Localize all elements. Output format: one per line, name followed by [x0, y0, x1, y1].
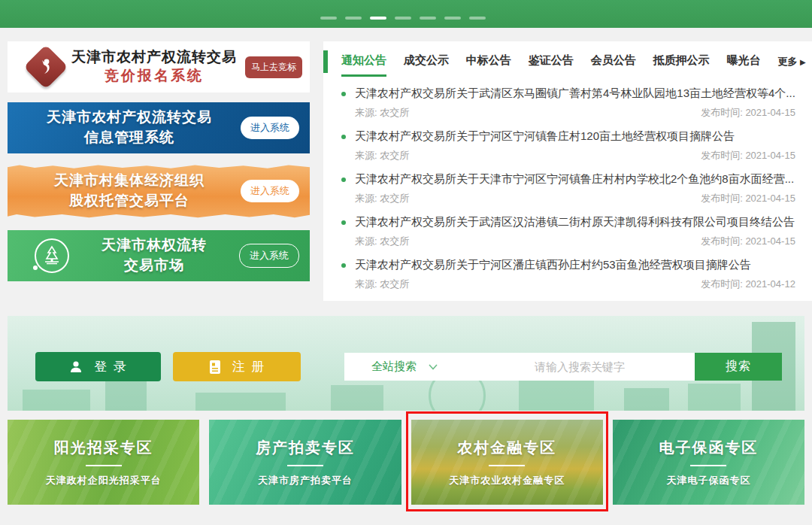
forest-market-line1: 天津市林权流转 — [69, 235, 239, 256]
site-search: 全站搜索 搜索 — [344, 353, 782, 381]
tab-deal-publicity[interactable]: 成交公示 — [404, 47, 449, 77]
announcements-tab-bar: 通知公告 成交公示 中标公告 鉴证公告 会员公告 抵质押公示 曝光台 更多 ▶ — [323, 44, 812, 79]
news-item[interactable]: 天津农村产权交易所关于宁河区潘庄镇西孙庄村约53亩鱼池经营权项目摘牌公告 来源:… — [341, 258, 795, 291]
bullet-icon — [341, 92, 346, 96]
chevron-down-icon — [429, 364, 438, 370]
equity-platform-line2: 股权托管交易平台 — [18, 191, 241, 211]
equity-platform-enter-button[interactable]: 进入系统 — [241, 180, 299, 202]
equity-platform-title: 天津市村集体经济组织 股权托管交易平台 — [18, 171, 241, 211]
tab-certification[interactable]: 鉴证公告 — [529, 47, 574, 77]
news-source: 来源: 农交所 — [355, 106, 409, 120]
more-link[interactable]: 更多 ▶ — [777, 55, 805, 68]
news-source: 来源: 农交所 — [355, 149, 409, 162]
info-system-title: 天津市农村产权流转交易 信息管理系统 — [18, 108, 241, 147]
news-title[interactable]: 天津农村产权交易所关于武清区东马圈镇广善村第4号林业队园地13亩土地经营权等4个… — [355, 86, 795, 101]
bullet-icon — [341, 263, 346, 268]
carousel-indicators — [320, 17, 486, 20]
news-title[interactable]: 天津农村产权交易所关于天津市宁河区宁河镇鲁庄村村内学校北2个鱼池约8亩水面经营.… — [355, 172, 794, 187]
bidding-system-card[interactable]: 天津市农村产权流转交易 竞价报名系统 马上去竞标 — [8, 41, 310, 93]
zone-real-estate-auction[interactable]: 房产拍卖专区 天津市房产拍卖平台 — [209, 420, 401, 505]
left-systems-column: 天津市农村产权流转交易 竞价报名系统 马上去竞标 天津市农村产权流转交易 信息管… — [8, 41, 310, 301]
register-button[interactable]: 注 册 — [173, 352, 301, 381]
info-system-line1: 天津市农村产权流转交易 — [18, 108, 241, 128]
search-button[interactable]: 搜索 — [695, 353, 782, 381]
news-source: 来源: 农交所 — [355, 278, 409, 291]
carousel-dot[interactable] — [345, 17, 362, 20]
bullet-icon — [341, 178, 346, 182]
panel-accent-bar — [323, 50, 328, 73]
news-date: 发布时间: 2021-04-15 — [701, 192, 795, 205]
news-source: 来源: 农交所 — [355, 192, 409, 205]
news-date: 发布时间: 2021-04-15 — [701, 149, 795, 162]
tab-notice-announcements[interactable]: 通知公告 — [341, 47, 386, 77]
zone-texture — [8, 420, 199, 505]
tree-icon — [35, 238, 69, 273]
news-date: 发布时间: 2021-04-15 — [701, 235, 795, 248]
more-arrow-icon: ▶ — [800, 58, 806, 66]
id-card-icon — [208, 360, 222, 375]
carousel-dot-active[interactable] — [370, 17, 386, 20]
news-title[interactable]: 天津农村产权交易所关于宁河区宁河镇鲁庄村120亩土地经营权项目摘牌公告 — [355, 129, 735, 144]
info-system-enter-button[interactable]: 进入系统 — [241, 117, 299, 139]
carousel-dot[interactable] — [420, 17, 436, 20]
equity-platform-banner[interactable]: 天津市村集体经济组织 股权托管交易平台 进入系统 — [8, 164, 310, 218]
bidding-system-title-line1: 天津市农村产权流转交易 — [63, 48, 245, 67]
search-input[interactable] — [465, 353, 695, 381]
tab-exposure[interactable]: 曝光台 — [727, 47, 761, 77]
login-button[interactable]: 登 录 — [35, 352, 161, 381]
forest-market-title: 天津市林权流转 交易市场 — [69, 235, 239, 275]
carousel-dot[interactable] — [469, 17, 486, 20]
brand-diamond-icon — [23, 44, 68, 89]
zone-sunshine-procurement[interactable]: 阳光招采专区 天津政村企阳光招采平台 — [8, 420, 199, 505]
go-bid-button[interactable]: 马上去竞标 — [245, 56, 302, 78]
tab-winning-bid[interactable]: 中标公告 — [466, 47, 511, 77]
bullet-icon — [341, 135, 346, 139]
bullet-icon — [341, 220, 346, 225]
zone-electronic-guarantee[interactable]: 电子保函专区 天津电子保函专区 — [613, 420, 804, 505]
news-date: 发布时间: 2021-04-15 — [701, 106, 795, 120]
forest-market-line2: 交易市场 — [69, 256, 239, 276]
news-date: 发布时间: 2021-04-12 — [701, 278, 795, 291]
user-icon — [68, 360, 83, 375]
news-item[interactable]: 天津农村产权交易所关于宁河区宁河镇鲁庄村120亩土地经营权项目摘牌公告 来源: … — [341, 129, 795, 162]
tab-pledge[interactable]: 抵质押公示 — [653, 47, 710, 77]
carousel-dot[interactable] — [395, 17, 411, 20]
tab-member[interactable]: 会员公告 — [591, 47, 636, 77]
bidding-system-title-line2: 竞价报名系统 — [63, 67, 245, 86]
news-item[interactable]: 天津农村产权交易所关于武清区东马圈镇广善村第4号林业队园地13亩土地经营权等4个… — [341, 86, 795, 120]
carousel-dot[interactable] — [444, 17, 461, 20]
zone-texture — [613, 420, 804, 505]
news-title[interactable]: 天津农村产权交易所关于宁河区潘庄镇西孙庄村约53亩鱼池经营权项目摘牌公告 — [355, 258, 751, 272]
forest-market-banner[interactable]: 天津市林权流转 交易市场 进入系统 — [8, 230, 310, 281]
info-management-system-banner[interactable]: 天津市农村产权流转交易 信息管理系统 进入系统 — [8, 102, 310, 153]
news-item[interactable]: 天津农村产权交易所关于天津市宁河区宁河镇鲁庄村村内学校北2个鱼池约8亩水面经营.… — [341, 172, 795, 205]
info-system-line2: 信息管理系统 — [18, 128, 241, 148]
carousel-dot[interactable] — [320, 17, 337, 20]
news-source: 来源: 农交所 — [355, 235, 409, 248]
top-bar — [0, 0, 812, 28]
zone-rural-finance[interactable]: 农村金融专区 天津市农业农村金融专区 — [411, 420, 603, 505]
announcements-panel: 通知公告 成交公示 中标公告 鉴证公告 会员公告 抵质押公示 曝光台 更多 ▶ — [323, 41, 812, 301]
search-scope-dropdown[interactable]: 全站搜索 — [344, 353, 465, 381]
zone-texture — [209, 420, 401, 505]
hero-search-strip: 登 录 注 册 全站搜索 搜索 — [8, 316, 804, 411]
bidding-system-title: 天津市农村产权流转交易 竞价报名系统 — [63, 48, 245, 85]
news-item[interactable]: 天津农村产权交易所关于武清区汉沽港镇二街村原天津凯得利科技有限公司项目终结公告 … — [341, 215, 795, 248]
equity-platform-line1: 天津市村集体经济组织 — [18, 171, 241, 191]
news-list: 天津农村产权交易所关于武清区东马圈镇广善村第4号林业队园地13亩土地经营权等4个… — [323, 79, 812, 301]
forest-market-enter-button[interactable]: 进入系统 — [239, 244, 299, 268]
zone-texture — [411, 420, 603, 505]
news-title[interactable]: 天津农村产权交易所关于武清区汉沽港镇二街村原天津凯得利科技有限公司项目终结公告 — [355, 215, 795, 229]
